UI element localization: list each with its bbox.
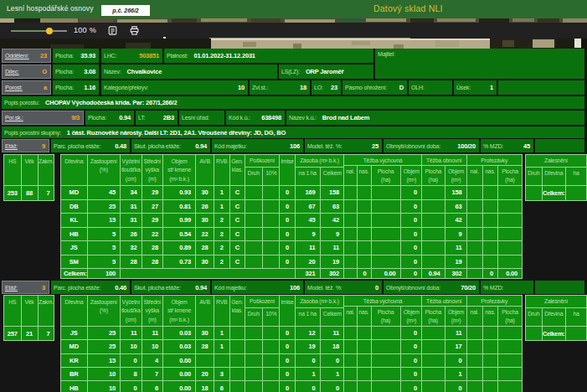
cell — [245, 340, 263, 353]
etaz2-field-kod-majetku-value: 106 — [290, 284, 303, 291]
col-header-label: 10% — [265, 310, 276, 319]
etaz2-hs-table-header: HSVěkZakm. — [4, 296, 54, 327]
etaz2-field-obmyti-label: Obmýtí/obnovní doba: — [384, 285, 440, 291]
field-lslz-value: ORP Jaroměř — [306, 68, 344, 75]
cell — [358, 368, 372, 380]
cell — [358, 241, 372, 255]
group-header: Zásoba (m³ b.k.)na 1 haCelkem — [296, 296, 344, 326]
col-header-label: Plocha — [425, 168, 441, 177]
cell — [467, 354, 483, 367]
cell — [263, 255, 281, 269]
field-nazev-label: Název: — [101, 69, 121, 75]
etaz1-zalesneni-table: ZalesněníDruhDřevinahaCelkem: — [525, 154, 587, 201]
group-header-label: Těžba výchovná — [344, 296, 421, 307]
cell: 15 — [88, 354, 121, 367]
cell: 63 — [321, 200, 345, 214]
cell: 302 — [445, 269, 467, 278]
col-header-label: Dřevina — [544, 169, 563, 178]
col-header-label: Zakm. — [39, 157, 54, 167]
field-oddeleni-label[interactable]: Oddělení: — [3, 53, 29, 59]
cell: 31 — [121, 214, 142, 227]
etaz2-field-model-tez-value: 0 — [375, 284, 382, 291]
cell — [245, 381, 263, 392]
cell — [263, 214, 281, 227]
field-pasmo-label: Pásmo ohrožení: — [342, 85, 387, 90]
field-dilec-label[interactable]: Dílec: — [3, 69, 19, 75]
field-kategorie-label: Kategorie/překryv: — [101, 85, 148, 90]
field-plocha-porost-label: Plocha: — [53, 85, 74, 90]
cell: C — [230, 214, 246, 227]
cell: 9 — [321, 228, 345, 241]
table-row: MD4534290.93301C01691580158 — [61, 186, 522, 200]
cell — [566, 327, 586, 340]
col-header-label: (m³) — [451, 317, 461, 326]
col-header: Plocha(ha) — [498, 307, 522, 326]
total-label-cell: Celkem: — [61, 269, 88, 278]
col-header: Věk — [22, 296, 39, 326]
cell: MD — [61, 186, 88, 199]
cell: 22 — [196, 228, 214, 241]
cell: 28 — [196, 340, 214, 353]
etaz1-field-skut-plocha-label: Skut. plocha etáže: — [131, 143, 181, 149]
col-header: 10% — [263, 168, 281, 185]
etaz2-field-etaz-label[interactable]: Etáž: — [3, 285, 18, 291]
col-header-label: (ha) — [505, 317, 514, 326]
cell: 0 — [401, 255, 423, 269]
cell: 257 — [4, 327, 22, 340]
field-porost-label[interactable]: Porost: — [3, 85, 23, 90]
zoom-slider[interactable] — [11, 23, 67, 39]
cell: 0 — [401, 269, 423, 278]
notes-icon[interactable] — [107, 25, 118, 36]
cell — [358, 381, 372, 392]
group-subheader: nal.nas.Plocha(ha) — [467, 307, 523, 326]
print-icon[interactable] — [129, 25, 140, 36]
field-lo-label: LO: — [312, 85, 323, 90]
cell: 18 — [321, 340, 345, 353]
field-porost-value: a — [44, 84, 50, 91]
etaz1-field-etaz-label[interactable]: Etáž: — [3, 143, 18, 149]
cell: 7 — [39, 327, 54, 340]
field-plocha-oddeleni-value: 35.93 — [80, 52, 99, 59]
app-title: Lesní hospodářské osnovy — [7, 4, 94, 13]
field-plocha-porost-value: 1.16 — [84, 84, 99, 91]
group-subheader: DruhDřevinaha — [526, 168, 586, 185]
cell — [245, 241, 263, 255]
cell: 11 — [445, 241, 467, 255]
field-plocha-porsk: Plocha: 0.94 — [85, 111, 134, 125]
col-header-label: tloušťka — [121, 166, 141, 175]
field-lesni-urad: Lesní úřad: — [179, 111, 224, 125]
col-header-label: (m³ b.k.) — [169, 175, 189, 184]
cell — [498, 241, 522, 255]
col-header: Objem(m³) — [445, 166, 467, 185]
cell: 0 — [280, 214, 296, 227]
col-header-label: (m³ b.k.) — [169, 316, 189, 325]
cell: 0 — [280, 327, 296, 339]
cell: 158 — [321, 186, 345, 199]
col-header-label: (m³) — [406, 176, 416, 185]
field-porsk-value: 9/3 — [71, 114, 83, 121]
col-header-label: Zastoupení — [90, 298, 117, 307]
cell — [483, 255, 499, 269]
etaz2-field-skut-plocha-value: 0.94 — [195, 284, 210, 291]
cell: 0.00 — [498, 269, 522, 278]
zoom-slider-thumb[interactable] — [46, 28, 53, 34]
cell: 45 — [296, 214, 321, 227]
parcel-badge[interactable]: p.č. 266/2 — [101, 5, 150, 16]
cell: 30 — [196, 255, 214, 269]
table-row: MD2510100.0328101918017 — [61, 340, 522, 353]
cell — [498, 354, 522, 367]
cell — [344, 186, 358, 199]
cell: 7 — [142, 368, 164, 380]
field-porsk-label[interactable]: Por.sk.: — [3, 115, 23, 121]
cell: JS — [61, 241, 88, 255]
cell: 321 — [296, 269, 321, 278]
col-header-label: Věk — [24, 157, 33, 167]
cell — [263, 327, 281, 339]
cell: 0 — [401, 368, 423, 380]
col-header: na 1 ha — [296, 308, 321, 326]
col-header: HS — [4, 296, 22, 326]
cell: 1 — [214, 186, 230, 199]
cell: 158 — [445, 186, 467, 199]
cell — [245, 228, 263, 241]
etaz2-main-table-header: DřevinaZastoupení(%)Výčetnítloušťka(cm)S… — [61, 296, 522, 327]
